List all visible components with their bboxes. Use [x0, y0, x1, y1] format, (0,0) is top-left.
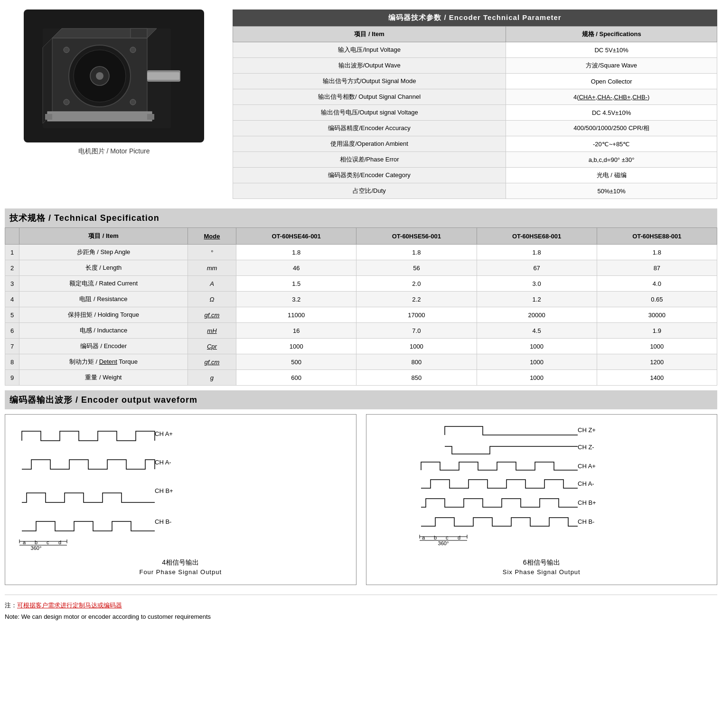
- tech-row-cell-0: 3: [5, 276, 19, 292]
- tech-row-cell-3: 46: [236, 260, 356, 276]
- tech-row-cell-6: 30000: [597, 307, 717, 323]
- tech-row-cell-6: 1200: [597, 354, 717, 370]
- tech-row-cell-3: 1.5: [236, 276, 356, 292]
- tech-row-cell-0: 2: [5, 260, 19, 276]
- tech-row-cell-2: Ω: [188, 292, 236, 307]
- svg-text:c: c: [47, 539, 49, 545]
- tech-row-cell-1: 重量 / Weight: [19, 370, 188, 386]
- six-phase-label: 6相信号输出 Six Phase Signal Output: [374, 557, 710, 577]
- encoder-row-item: 占空比/Duty: [233, 183, 506, 199]
- tech-row-cell-2: A: [188, 276, 236, 292]
- encoder-row-spec: 4(CHA+,CHA-,CHB+,CHB-): [506, 89, 717, 105]
- tech-row-cell-0: 7: [5, 339, 19, 354]
- tech-row-cell-3: 500: [236, 354, 356, 370]
- tech-row-cell-3: 16: [236, 323, 356, 339]
- svg-text:CH B+: CH B+: [155, 487, 173, 494]
- waveform-title: 编码器输出波形 / Encoder output waveform: [5, 390, 717, 409]
- tech-row-cell-0: 4: [5, 292, 19, 307]
- tech-row-cell-1: 编码器 / Encoder: [19, 339, 188, 354]
- tech-row-cell-3: 600: [236, 370, 356, 386]
- svg-text:360°: 360°: [31, 545, 42, 551]
- encoder-row-spec: DC 5V±10%: [506, 42, 717, 58]
- svg-text:d: d: [58, 539, 61, 545]
- note-en: Note: We can design motor or encoder acc…: [5, 611, 717, 622]
- tech-header-2: OT-60HSE46-001: [236, 228, 356, 245]
- tech-row-cell-2: Cpr: [188, 339, 236, 354]
- tech-row-cell-1: 步距角 / Step Angle: [19, 245, 188, 260]
- tech-row-cell-2: mm: [188, 260, 236, 276]
- svg-point-9: [96, 72, 103, 80]
- encoder-row-spec: DC 4.5V±10%: [506, 105, 717, 121]
- four-phase-box: CH A+ CH A- CH B+ CH B- a b c d 3: [5, 414, 356, 585]
- encoder-row-spec: Open Collector: [506, 74, 717, 89]
- tech-row-cell-5: 1000: [477, 370, 597, 386]
- motor-svg: [28, 14, 199, 138]
- tech-row-cell-4: 56: [356, 260, 477, 276]
- tech-row-cell-3: 1000: [236, 339, 356, 354]
- svg-point-10: [64, 47, 69, 53]
- notes-section: 注：可根据客户需求进行定制马达或编码器 Note: We can design …: [5, 595, 717, 627]
- svg-text:CH Z-: CH Z-: [578, 444, 594, 451]
- encoder-row-item: 输入电压/Input Voltage: [233, 42, 506, 58]
- tech-row-cell-3: 11000: [236, 307, 356, 323]
- encoder-row-item: 编码器精度/Encoder Accuracy: [233, 121, 506, 136]
- svg-point-11: [130, 47, 136, 53]
- tech-row-cell-5: 1000: [477, 354, 597, 370]
- tech-row-cell-4: 7.0: [356, 323, 477, 339]
- svg-text:CH B-: CH B-: [155, 518, 171, 525]
- svg-rect-15: [47, 112, 152, 121]
- tech-row-cell-4: 17000: [356, 307, 477, 323]
- tech-header-0: 项目 / Item: [19, 228, 188, 245]
- tech-row-cell-6: 0.65: [597, 292, 717, 307]
- tech-row-cell-5: 20000: [477, 307, 597, 323]
- svg-rect-17: [147, 114, 154, 120]
- tech-row-cell-5: 4.5: [477, 323, 597, 339]
- four-phase-label: 4相信号输出 Four Phase Signal Output: [12, 557, 349, 577]
- tech-row-cell-0: 8: [5, 354, 19, 370]
- motor-image-area: 电机图片 / Motor Picture: [5, 9, 223, 199]
- encoder-table-section: 编码器技术参数 / Encoder Technical Parameter 项目…: [233, 9, 717, 199]
- tech-row-cell-5: 67: [477, 260, 597, 276]
- four-phase-svg: CH A+ CH A- CH B+ CH B- a b c d 3: [12, 422, 335, 555]
- svg-rect-14: [131, 28, 147, 38]
- six-phase-svg: CH Z+ CH Z- CH A+ CH A- CH B+ CH B- a: [374, 422, 696, 555]
- svg-text:360°: 360°: [438, 540, 449, 546]
- encoder-row-spec: 50%±10%: [506, 183, 717, 199]
- tech-row-cell-2: °: [188, 245, 236, 260]
- tech-header-1: Mode: [188, 228, 236, 245]
- tech-row-cell-1: 额定电流 / Rated Current: [19, 276, 188, 292]
- svg-text:CH A+: CH A+: [578, 463, 596, 470]
- waveform-section: 编码器输出波形 / Encoder output waveform CH A+ …: [5, 390, 717, 590]
- tech-row-cell-2: gf.cm: [188, 354, 236, 370]
- svg-marker-2: [43, 38, 52, 123]
- svg-point-13: [130, 99, 136, 105]
- svg-text:CH Z+: CH Z+: [578, 426, 596, 434]
- tech-spec-table: 项目 / ItemModeOT-60HSE46-001OT-60HSE56-00…: [5, 227, 717, 386]
- encoder-row-spec: a,b,c,d=90° ±30°: [506, 152, 717, 168]
- encoder-row-spec: 400/500/1000/2500 CPR/相: [506, 121, 717, 136]
- tech-row-cell-0: 9: [5, 370, 19, 386]
- tech-header-3: OT-60HSE56-001: [356, 228, 477, 245]
- tech-row-cell-2: mH: [188, 323, 236, 339]
- tech-row-cell-6: 1.9: [597, 323, 717, 339]
- tech-row-cell-1: 保持扭矩 / Holding Torque: [19, 307, 188, 323]
- motor-caption: 电机图片 / Motor Picture: [78, 147, 150, 156]
- tech-row-cell-3: 3.2: [236, 292, 356, 307]
- svg-text:CH B+: CH B+: [578, 499, 596, 506]
- encoder-table: 项目 / Item 规格 / Specifications 输入电压/Input…: [233, 26, 717, 199]
- svg-text:CH A-: CH A-: [578, 480, 594, 487]
- svg-text:CH A-: CH A-: [155, 459, 171, 466]
- svg-text:CH B-: CH B-: [578, 518, 594, 525]
- tech-row-cell-4: 2.0: [356, 276, 477, 292]
- svg-text:CH A+: CH A+: [155, 430, 173, 437]
- svg-text:a: a: [23, 539, 26, 545]
- tech-row-cell-5: 3.0: [477, 276, 597, 292]
- tech-row-cell-2: gf.cm: [188, 307, 236, 323]
- encoder-header-item: 项目 / Item: [233, 27, 506, 42]
- tech-header-4: OT-60HSE68-001: [477, 228, 597, 245]
- encoder-row-spec: 方波/Square Wave: [506, 58, 717, 74]
- tech-row-cell-2: g: [188, 370, 236, 386]
- tech-row-cell-1: 长度 / Length: [19, 260, 188, 276]
- encoder-header-spec: 规格 / Specifications: [506, 27, 717, 42]
- tech-spec-title: 技术规格 / Technical Specification: [5, 208, 717, 227]
